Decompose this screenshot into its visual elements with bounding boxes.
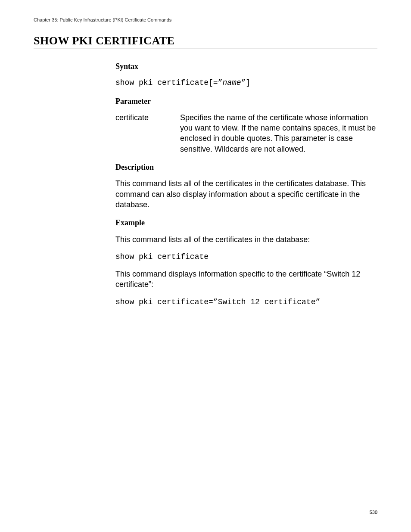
syntax-suffix: ”] <box>241 78 251 87</box>
parameter-description: Specifies the name of the certificate wh… <box>180 112 377 154</box>
example-code-2: show pki certificate=”Switch 12 certific… <box>115 297 377 307</box>
page-title: SHOW PKI CERTIFICATE <box>34 34 377 49</box>
syntax-prefix: show pki certificate[=” <box>115 78 222 87</box>
example-code-1: show pki certificate <box>115 252 377 262</box>
content-body: Syntax show pki certificate[=”name”] Par… <box>115 61 377 307</box>
section-heading-example: Example <box>115 218 377 228</box>
parameter-row: certificate Specifies the name of the ce… <box>115 112 377 154</box>
parameter-name: certificate <box>115 112 180 123</box>
example-para-1: This command lists all of the certificat… <box>115 234 377 245</box>
chapter-header: Chapter 35: Public Key Infrastructure (P… <box>34 17 377 22</box>
section-heading-syntax: Syntax <box>115 61 377 72</box>
syntax-command: show pki certificate[=”name”] <box>115 78 377 88</box>
section-heading-parameter: Parameter <box>115 96 377 106</box>
syntax-name-placeholder: name <box>222 78 241 87</box>
description-paragraph: This command lists all of the certificat… <box>115 178 377 210</box>
section-heading-description: Description <box>115 162 377 172</box>
page-number: 530 <box>370 510 377 515</box>
example-para-2: This command displays information specif… <box>115 269 377 290</box>
